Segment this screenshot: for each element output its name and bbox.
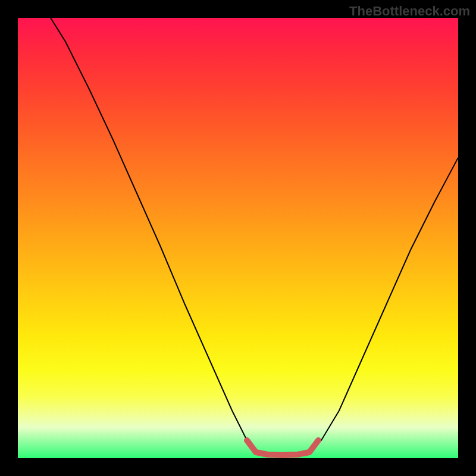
- chart-svg: [18, 18, 458, 458]
- watermark: TheBottleneck.com: [349, 4, 470, 19]
- curve-right: [309, 158, 458, 452]
- optimal-marker: [247, 440, 318, 455]
- chart-area: [18, 18, 458, 458]
- curve-left: [51, 18, 256, 452]
